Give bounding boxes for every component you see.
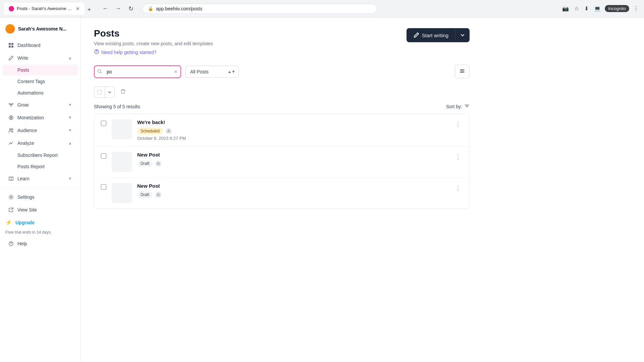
post-date-1: October 8, 2023 6:27 PM	[137, 136, 454, 141]
svg-point-12	[98, 69, 101, 72]
forward-button[interactable]: →	[113, 3, 123, 14]
sidebar-item-label-content-tags: Content Tags	[17, 79, 45, 84]
post-meta-3: Draft	[137, 191, 454, 198]
post-checkbox-1[interactable]	[101, 121, 106, 126]
sidebar-item-label-settings: Settings	[17, 194, 72, 200]
sidebar-item-settings[interactable]: Settings	[3, 191, 77, 203]
svg-rect-13	[461, 69, 462, 70]
sidebar-item-label-write: Write	[17, 55, 65, 61]
sprout-icon	[8, 102, 14, 108]
bulk-checkbox[interactable]	[94, 87, 105, 98]
external-link-icon	[8, 207, 14, 213]
svg-point-9	[11, 245, 11, 245]
results-header: Showing 5 of 5 results Sort by:	[94, 103, 470, 110]
post-author-icon-1	[166, 128, 172, 134]
sidebar-item-posts[interactable]: Posts	[3, 65, 77, 75]
sidebar-item-label-grow: Grow	[17, 102, 65, 108]
svg-rect-0	[9, 43, 11, 45]
help-link-text: Need help getting started?	[101, 50, 156, 55]
help-link-icon	[94, 49, 99, 55]
sidebar-item-audience[interactable]: Audience ▼	[3, 124, 77, 136]
start-writing-button[interactable]: Start writing	[407, 28, 470, 42]
new-tab-button[interactable]: +	[85, 5, 94, 15]
sidebar-item-learn[interactable]: Learn ▼	[3, 173, 77, 185]
menu-dots-icon[interactable]: ⋮	[632, 4, 640, 13]
sidebar-item-label-subscribers-report: Subscribers Report	[17, 153, 58, 158]
sort-icon	[464, 103, 470, 110]
help-link[interactable]: Need help getting started?	[94, 49, 213, 55]
post-title-3[interactable]: New Post	[137, 183, 454, 189]
status-badge-3: Draft	[137, 191, 153, 198]
bulk-select-dropdown[interactable]	[94, 86, 115, 98]
bulk-chevron-icon[interactable]	[105, 87, 114, 98]
post-title-2[interactable]: New Post	[137, 152, 454, 158]
brand-name: Sarah's Awesome N...	[18, 26, 66, 32]
post-info-2: New Post Draft	[137, 152, 454, 168]
results-count: Showing 5 of 5 results	[94, 104, 140, 109]
post-item-2: New Post Draft ⋮	[94, 146, 469, 178]
sidebar-item-label-posts: Posts	[17, 67, 29, 73]
chevron-down-icon-monetization: ▼	[68, 115, 72, 120]
chart-icon	[8, 140, 14, 146]
post-menu-button-1[interactable]: ⋮	[454, 119, 463, 129]
columns-filter-button[interactable]	[455, 65, 470, 78]
svg-rect-14	[463, 71, 463, 72]
post-menu-button-3[interactable]: ⋮	[454, 183, 463, 193]
sidebar-item-subscribers-report[interactable]: Subscribers Report	[3, 150, 77, 161]
sidebar-item-posts-report[interactable]: Posts Report	[3, 161, 77, 172]
sidebar-item-content-tags[interactable]: Content Tags	[3, 76, 77, 87]
sidebar-item-analyze[interactable]: Analyze ▲	[3, 137, 77, 149]
device-icon[interactable]: 💻	[593, 4, 602, 13]
address-bar[interactable]: 🔒 app.beehiiv.com/posts	[142, 4, 377, 14]
start-writing-label: Start writing	[422, 33, 448, 38]
app-container: Sarah's Awesome N... Dashboard Write ▲ P…	[0, 17, 644, 362]
tab-close-icon[interactable]: ✕	[76, 6, 80, 11]
filter-select[interactable]: All Posts Published Draft Scheduled	[185, 66, 239, 78]
browser-tab-active[interactable]: Posts - Sarah's Awesome Newsl... ✕	[4, 3, 85, 15]
chevron-down-icon-audience: ▼	[68, 128, 72, 133]
back-button[interactable]: ←	[100, 3, 111, 14]
post-checkbox-3[interactable]	[101, 184, 106, 190]
download-icon[interactable]: ⬇	[583, 4, 590, 13]
search-clear-icon[interactable]: ✕	[174, 69, 178, 74]
sidebar-item-help[interactable]: Help	[3, 238, 77, 250]
main-content-area: Posts View existing posts, create new po…	[80, 17, 644, 362]
sidebar-item-upgrade[interactable]: ⚡ Upgrade	[0, 216, 80, 229]
svg-point-18	[158, 163, 159, 164]
reload-button[interactable]: ↻	[125, 3, 136, 14]
svg-rect-3	[11, 46, 13, 48]
post-actions-3: ⋮	[454, 183, 463, 193]
post-menu-button-2[interactable]: ⋮	[454, 152, 463, 162]
bookmark-icon[interactable]: ☆	[573, 4, 580, 13]
sidebar-item-grow[interactable]: Grow ▼	[3, 99, 77, 111]
post-checkbox-2[interactable]	[101, 153, 106, 159]
sidebar-item-label-view-site: View Site	[17, 207, 72, 213]
sidebar-item-label-help: Help	[17, 241, 72, 246]
sidebar-item-write[interactable]: Write ▲	[3, 52, 77, 64]
page-title: Posts	[94, 28, 213, 39]
camera-icon[interactable]: 📷	[561, 4, 570, 13]
sidebar-brand[interactable]: Sarah's Awesome N...	[0, 21, 80, 39]
post-title-1[interactable]: We're back!	[137, 119, 454, 125]
sidebar-item-label-dashboard: Dashboard	[17, 43, 72, 48]
sidebar-item-monetization[interactable]: Monetization ▼	[3, 112, 77, 124]
sidebar-item-label-audience: Audience	[17, 128, 65, 133]
post-actions-2: ⋮	[454, 152, 463, 162]
post-author-icon-2	[155, 161, 161, 167]
gear-icon	[8, 194, 14, 200]
status-badge-2: Draft	[137, 160, 153, 167]
start-writing-caret[interactable]	[455, 29, 470, 42]
grid-icon	[8, 42, 14, 48]
sidebar-item-dashboard[interactable]: Dashboard	[3, 39, 77, 51]
sidebar-item-label-analyze: Analyze	[17, 140, 65, 146]
sort-by[interactable]: Sort by:	[446, 103, 470, 110]
sidebar-item-view-site[interactable]: View Site	[3, 204, 77, 216]
delete-button[interactable]	[117, 86, 129, 98]
sidebar-item-label-automations: Automations	[17, 90, 44, 96]
bulk-actions	[94, 86, 470, 98]
svg-rect-2	[9, 46, 11, 48]
post-thumbnail-2	[112, 152, 132, 172]
search-input[interactable]	[94, 65, 181, 78]
sidebar-item-automations[interactable]: Automations	[3, 87, 77, 98]
post-meta-1: Scheduled	[137, 128, 454, 134]
